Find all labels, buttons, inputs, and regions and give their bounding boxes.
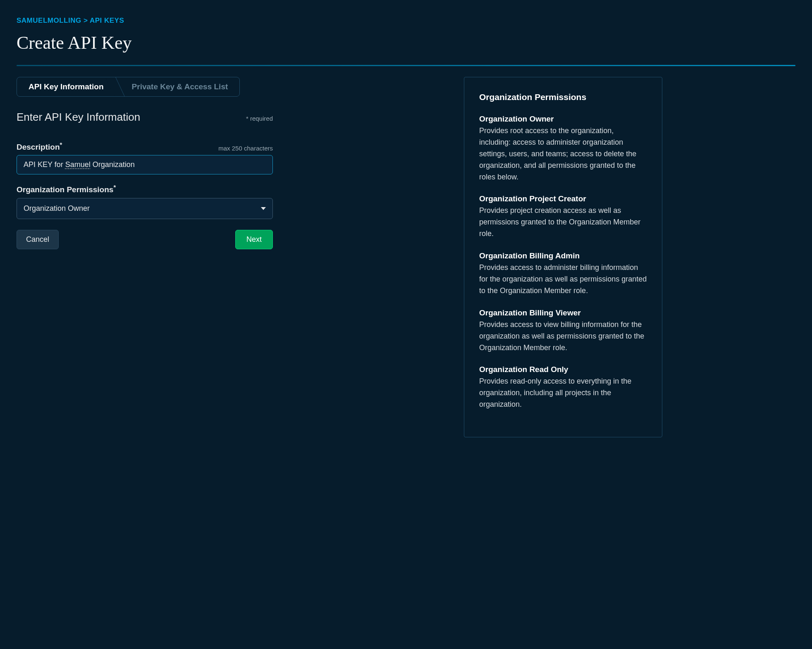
role-name: Organization Project Creator xyxy=(479,194,647,203)
required-note: * required xyxy=(246,115,273,122)
role-desc: Provides access to administer billing in… xyxy=(479,262,647,297)
page-title: Create API Key xyxy=(17,32,795,53)
permissions-panel: Organization Permissions Organization Ow… xyxy=(464,77,662,437)
role-block: Organization Project Creator Provides pr… xyxy=(479,194,647,240)
role-block: Organization Owner Provides root access … xyxy=(479,115,647,183)
breadcrumb-org[interactable]: SAMUELMOLLING xyxy=(17,17,81,24)
next-button[interactable]: Next xyxy=(235,230,273,249)
asterisk-icon: * xyxy=(113,184,116,191)
role-desc: Provides project creation access as well… xyxy=(479,205,647,240)
role-block: Organization Billing Admin Provides acce… xyxy=(479,251,647,297)
description-label: Description* xyxy=(17,141,62,152)
org-permissions-field-group: Organization Permissions* Organization O… xyxy=(17,184,273,219)
role-desc: Provides root access to the organization… xyxy=(479,125,647,183)
section-title: Enter API Key Information xyxy=(17,111,140,124)
divider xyxy=(17,65,795,66)
role-name: Organization Billing Admin xyxy=(479,251,647,260)
role-desc: Provides access to view billing informat… xyxy=(479,319,647,354)
role-block: Organization Billing Viewer Provides acc… xyxy=(479,308,647,354)
cancel-button[interactable]: Cancel xyxy=(17,230,59,249)
step-private-key-access-list[interactable]: Private Key & Access List xyxy=(115,77,240,96)
description-hint: max 250 characters xyxy=(218,145,273,152)
role-name: Organization Owner xyxy=(479,115,647,124)
breadcrumb-page[interactable]: API KEYS xyxy=(90,17,124,24)
step-api-key-information[interactable]: API Key Information xyxy=(17,77,115,96)
breadcrumb-sep: > xyxy=(84,17,88,24)
asterisk-icon: * xyxy=(60,141,62,148)
stepper: API Key Information Private Key & Access… xyxy=(17,77,240,97)
description-input[interactable]: API KEY for Samuel Organization xyxy=(17,155,273,174)
role-name: Organization Billing Viewer xyxy=(479,308,647,317)
role-desc: Provides read-only access to everything … xyxy=(479,376,647,410)
description-field-group: Description* max 250 characters API KEY … xyxy=(17,141,273,174)
permissions-panel-title: Organization Permissions xyxy=(479,92,647,102)
role-name: Organization Read Only xyxy=(479,365,647,374)
org-permissions-select[interactable]: Organization Owner xyxy=(17,198,273,219)
role-block: Organization Read Only Provides read-onl… xyxy=(479,365,647,410)
breadcrumb: SAMUELMOLLING > API KEYS xyxy=(17,17,795,25)
org-permissions-label: Organization Permissions* xyxy=(17,184,116,194)
caret-down-icon xyxy=(261,207,266,210)
org-permissions-selected-value: Organization Owner xyxy=(24,204,90,213)
